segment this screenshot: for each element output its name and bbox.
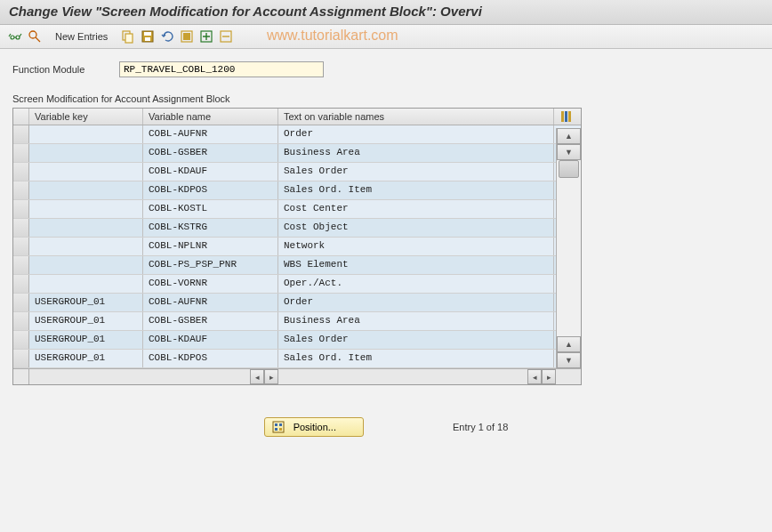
row-selector[interactable]	[13, 331, 29, 349]
table-row[interactable]: USERGROUP_01COBL-KDAUFSales Order	[13, 331, 581, 350]
cell-variable-key[interactable]	[29, 275, 143, 293]
scroll-up-icon[interactable]: ▲	[557, 128, 581, 144]
row-selector[interactable]	[13, 163, 29, 181]
configure-columns-icon[interactable]	[554, 109, 579, 125]
scroll-thumb[interactable]	[559, 160, 579, 178]
row-selector[interactable]	[13, 350, 29, 367]
table-row[interactable]: USERGROUP_01COBL-GSBERBusiness Area	[13, 312, 581, 331]
collapse-icon[interactable]	[218, 28, 234, 44]
cell-text[interactable]: Sales Order	[278, 331, 554, 349]
scroll-track[interactable]	[557, 160, 581, 336]
cell-variable-key[interactable]	[29, 256, 143, 274]
cell-text[interactable]: Oper./Act.	[278, 275, 554, 293]
cell-variable-key[interactable]	[29, 219, 143, 237]
table-row[interactable]: COBL-AUFNROrder	[13, 125, 581, 144]
cell-text[interactable]: Network	[278, 238, 554, 255]
col-variable-name[interactable]: Variable name	[143, 109, 278, 125]
glasses-icon[interactable]	[7, 28, 23, 44]
cell-variable-name[interactable]: COBL-GSBER	[143, 144, 278, 162]
undo-icon[interactable]	[159, 28, 175, 44]
hscroll-left2-icon[interactable]: ◂	[527, 369, 542, 384]
cell-variable-name[interactable]: COBL-KDPOS	[143, 350, 278, 367]
cell-variable-key[interactable]	[29, 125, 143, 143]
table-row[interactable]: USERGROUP_01COBL-AUFNROrder	[13, 294, 581, 312]
copy-icon[interactable]	[120, 28, 136, 44]
row-selector[interactable]	[13, 238, 29, 255]
cell-variable-key[interactable]: USERGROUP_01	[29, 331, 143, 349]
scroll-up-bottom-icon[interactable]: ▲	[557, 336, 581, 352]
scroll-down-bottom-icon[interactable]: ▼	[557, 352, 581, 368]
cell-text[interactable]: Cost Center	[278, 200, 554, 218]
cell-text[interactable]: Order	[278, 125, 554, 143]
cell-variable-name[interactable]: COBL-KSTRG	[143, 219, 278, 237]
cell-variable-name[interactable]: COBL-KDAUF	[143, 331, 278, 349]
cell-variable-key[interactable]	[29, 144, 143, 162]
table-row[interactable]: COBL-PS_PSP_PNRWBS Element	[13, 256, 581, 275]
cell-variable-key[interactable]: USERGROUP_01	[29, 312, 143, 330]
row-selector[interactable]	[13, 294, 29, 311]
cell-variable-key[interactable]	[29, 181, 143, 199]
row-selector[interactable]	[13, 312, 29, 330]
cell-variable-name[interactable]: COBL-KDPOS	[143, 181, 278, 199]
select-all-icon[interactable]	[179, 28, 195, 44]
col-variable-key[interactable]: Variable key	[29, 109, 143, 125]
cell-text[interactable]: Sales Ord. Item	[278, 350, 554, 367]
hscroll-left-icon[interactable]: ◂	[250, 369, 264, 384]
hscroll-right2-icon[interactable]: ▸	[542, 369, 556, 384]
cell-variable-name[interactable]: COBL-AUFNR	[143, 125, 278, 143]
cell-variable-key[interactable]: USERGROUP_01	[29, 294, 143, 311]
cell-text[interactable]: WBS Element	[278, 256, 554, 274]
row-selector[interactable]	[13, 219, 29, 237]
cell-variable-name[interactable]: COBL-AUFNR	[143, 294, 278, 311]
cell-variable-name[interactable]: COBL-KOSTL	[143, 200, 278, 218]
cell-text[interactable]: Business Area	[278, 144, 554, 162]
table-row[interactable]: COBL-KSTRGCost Object	[13, 219, 581, 238]
cell-variable-key[interactable]	[29, 200, 143, 218]
table-title: Screen Modification for Account Assignme…	[12, 93, 760, 104]
cell-text[interactable]: Sales Ord. Item	[278, 181, 554, 199]
cell-text[interactable]: Order	[278, 294, 554, 311]
row-selector[interactable]	[13, 144, 29, 162]
table-row[interactable]: COBL-VORNROper./Act.	[13, 275, 581, 294]
cell-variable-key[interactable]	[29, 163, 143, 181]
cell-variable-name[interactable]: COBL-GSBER	[143, 312, 278, 330]
table-row[interactable]: COBL-KDAUFSales Order	[13, 163, 581, 181]
hscroll-right-icon[interactable]: ▸	[264, 369, 278, 384]
page-title: Change View "Screen Modification for Acc…	[9, 4, 482, 19]
svg-point-0	[29, 31, 36, 38]
cell-variable-name[interactable]: COBL-NPLNR	[143, 238, 278, 255]
row-selector[interactable]	[13, 256, 29, 274]
table-row[interactable]: COBL-GSBERBusiness Area	[13, 144, 581, 163]
position-button[interactable]: Position...	[264, 417, 364, 437]
horizontal-scrollbar[interactable]: ◂ ▸ ◂ ▸	[13, 368, 581, 384]
new-entries-button[interactable]: New Entries	[50, 29, 113, 44]
table-row[interactable]: USERGROUP_01COBL-KDPOSSales Ord. Item	[13, 350, 581, 368]
cell-text[interactable]: Business Area	[278, 312, 554, 330]
content-area: Function Module Screen Modification for …	[0, 49, 772, 449]
cell-variable-name[interactable]: COBL-KDAUF	[143, 163, 278, 181]
cell-text[interactable]: Sales Order	[278, 163, 554, 181]
function-module-row: Function Module	[12, 61, 760, 77]
expand-icon[interactable]	[198, 28, 214, 44]
vertical-scrollbar[interactable]: ▲ ▼ ▲ ▼	[556, 128, 581, 368]
cell-variable-key[interactable]	[29, 238, 143, 255]
row-selector[interactable]	[13, 125, 29, 143]
table-row[interactable]: COBL-KDPOSSales Ord. Item	[13, 181, 581, 200]
cell-text[interactable]: Cost Object	[278, 219, 554, 237]
row-selector[interactable]	[13, 275, 29, 293]
scroll-down-icon[interactable]: ▼	[557, 144, 581, 160]
cell-variable-name[interactable]: COBL-PS_PSP_PNR	[143, 256, 278, 274]
table-row[interactable]: COBL-KOSTLCost Center	[13, 200, 581, 219]
select-all-column[interactable]	[13, 109, 29, 125]
table-header: Variable key Variable name Text on varia…	[13, 109, 581, 125]
svg-rect-13	[273, 422, 284, 432]
find-icon[interactable]	[27, 28, 43, 44]
cell-variable-key[interactable]: USERGROUP_01	[29, 350, 143, 367]
row-selector[interactable]	[13, 181, 29, 199]
table-row[interactable]: COBL-NPLNRNetwork	[13, 238, 581, 256]
save-icon[interactable]	[140, 28, 156, 44]
cell-variable-name[interactable]: COBL-VORNR	[143, 275, 278, 293]
row-selector[interactable]	[13, 200, 29, 218]
function-module-input[interactable]	[119, 61, 324, 77]
col-text[interactable]: Text on variable names	[278, 109, 554, 125]
